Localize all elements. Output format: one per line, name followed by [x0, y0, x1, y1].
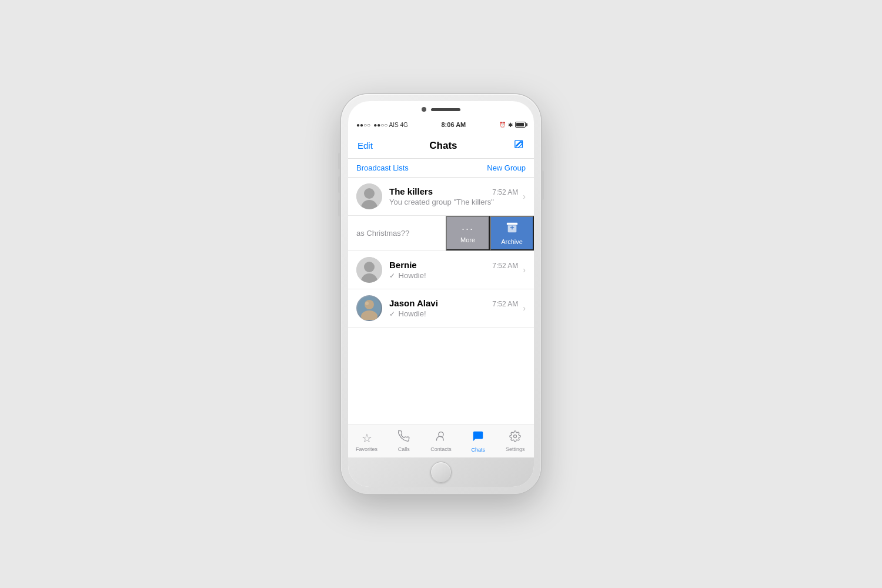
chat-preview-jason: ✓ Howdie!	[389, 309, 518, 318]
status-time: 8:06 AM	[442, 121, 466, 128]
chat-top-row-killers: The killers 7:52 AM	[389, 186, 518, 196]
chevron-jason: ›	[523, 303, 526, 313]
chat-content-killers: The killers 7:52 AM You created group "T…	[389, 186, 518, 206]
favorites-label: Favorites	[356, 446, 377, 452]
nav-bar: Edit Chats	[348, 133, 534, 159]
chat-name-jason: Jason Alavi	[389, 298, 438, 308]
camera-dot	[422, 107, 426, 112]
edit-button[interactable]: Edit	[358, 141, 373, 151]
svg-rect-1	[506, 223, 517, 225]
status-right-icons: ⏰ ✱	[499, 122, 526, 128]
chat-content-jason: Jason Alavi 7:52 AM ✓ Howdie!	[389, 298, 518, 318]
chat-time-killers: 7:52 AM	[492, 188, 518, 196]
swipe-actions: ··· More Archive	[446, 216, 534, 250]
bluetooth-icon: ✱	[508, 122, 513, 128]
chat-list: The killers 7:52 AM You created group "T…	[348, 178, 534, 425]
avatar-bernie	[356, 257, 382, 283]
chat-item-jason[interactable]: Jason Alavi 7:52 AM ✓ Howdie! ›	[348, 289, 534, 328]
battery-icon	[515, 122, 526, 128]
check-bernie: ✓	[389, 272, 395, 280]
tab-calls[interactable]: Calls	[389, 430, 419, 452]
chat-item-swiped[interactable]: as Christmas?? 12/26/16 › ··· More	[348, 216, 534, 251]
chat-item-bernie[interactable]: Bernie 7:52 AM ✓ Howdie! ›	[348, 251, 534, 289]
chat-item-killers[interactable]: The killers 7:52 AM You created group "T…	[348, 178, 534, 216]
favorites-icon: ☆	[362, 431, 372, 445]
home-button-area	[348, 457, 534, 487]
more-label: More	[460, 236, 475, 243]
phone-screen: ●●○○ ●●○○ AIS 4G 8:06 AM ⏰ ✱ Edit Chats	[348, 101, 534, 487]
chat-top-row-jason: Jason Alavi 7:52 AM	[389, 298, 518, 308]
tab-favorites[interactable]: ☆ Favorites	[352, 431, 382, 452]
speaker-slot	[431, 108, 460, 111]
broadcast-lists-button[interactable]: Broadcast Lists	[356, 163, 409, 172]
chat-name-killers: The killers	[389, 186, 433, 196]
chat-content-bernie: Bernie 7:52 AM ✓ Howdie!	[389, 260, 518, 280]
chats-label: Chats	[471, 447, 485, 453]
alarm-icon: ⏰	[499, 122, 506, 128]
tab-bar: ☆ Favorites Calls Contacts	[348, 425, 534, 457]
calls-icon	[398, 430, 410, 445]
page-title: Chats	[429, 140, 457, 152]
more-button[interactable]: ··· More	[446, 216, 490, 250]
archive-icon	[506, 221, 519, 237]
compose-button[interactable]	[514, 139, 524, 152]
svg-point-7	[514, 435, 517, 438]
contacts-icon	[435, 430, 447, 445]
tab-settings[interactable]: Settings	[500, 430, 530, 452]
chevron-killers: ›	[523, 192, 526, 201]
status-carrier: ●●○○ ●●○○ AIS 4G	[356, 122, 408, 128]
chat-time-bernie: 7:52 AM	[492, 262, 518, 270]
contacts-label: Contacts	[430, 446, 452, 452]
archive-label: Archive	[501, 238, 523, 245]
new-group-button[interactable]: New Group	[487, 163, 526, 172]
signal-icon: ●●○○	[356, 122, 370, 128]
tab-contacts[interactable]: Contacts	[426, 430, 456, 452]
chat-header-row: Broadcast Lists New Group	[348, 159, 534, 178]
avatar-jason	[356, 295, 382, 321]
more-dots-icon: ···	[462, 223, 474, 235]
chat-preview-bernie: ✓ Howdie!	[389, 271, 518, 280]
phone-device: ●●○○ ●●○○ AIS 4G 8:06 AM ⏰ ✱ Edit Chats	[341, 94, 541, 494]
group-avatar	[356, 183, 382, 209]
check-jason: ✓	[389, 310, 395, 318]
tab-chats[interactable]: Chats	[463, 430, 493, 453]
settings-icon	[509, 430, 521, 445]
bernie-avatar	[356, 257, 382, 283]
chat-time-jason: 7:52 AM	[492, 300, 518, 308]
settings-label: Settings	[506, 446, 525, 452]
chats-icon	[472, 430, 485, 446]
phone-top-notch	[422, 107, 460, 112]
home-button[interactable]	[430, 462, 452, 483]
status-bar: ●●○○ ●●○○ AIS 4G 8:06 AM ⏰ ✱	[348, 116, 534, 133]
swiped-preview: as Christmas??	[356, 229, 409, 238]
calls-label: Calls	[398, 446, 410, 452]
archive-button[interactable]: Archive	[490, 216, 534, 250]
chat-preview-killers: You created group "The killers"	[389, 198, 518, 206]
carrier-name: ●●○○ AIS 4G	[373, 122, 408, 128]
chat-name-bernie: Bernie	[389, 260, 417, 270]
svg-point-5	[365, 302, 369, 305]
avatar-killers	[356, 183, 382, 209]
chat-top-row-bernie: Bernie 7:52 AM	[389, 260, 518, 270]
jason-avatar-photo	[356, 295, 382, 321]
chevron-bernie: ›	[523, 265, 526, 275]
compose-icon	[514, 139, 524, 150]
